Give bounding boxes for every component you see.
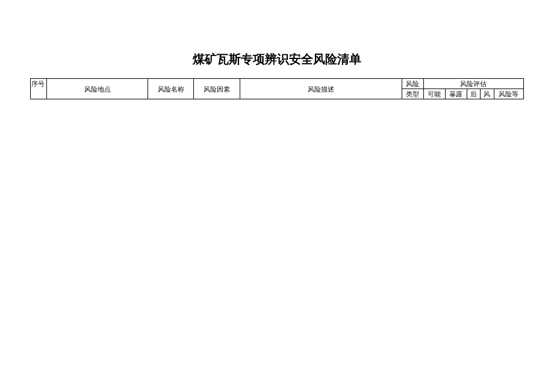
table-header-row-1: 序号 风险地点 风险名称 风险因素 风险描述 风险 风险评估: [31, 79, 524, 89]
header-factor: 风险因素: [194, 79, 240, 99]
header-exposure: 暴露: [445, 89, 467, 99]
header-risk-level: 风险等: [494, 89, 523, 99]
risk-table: 序号 风险地点 风险名称 风险因素 风险描述 风险 风险评估 类型 可能 暴露 …: [30, 78, 524, 99]
header-seq: 序号: [31, 79, 47, 99]
document-title: 煤矿瓦斯专项辨识安全风险清单: [30, 51, 524, 67]
header-location: 风险地点: [46, 79, 148, 99]
header-after: 后: [467, 89, 480, 99]
header-assessment-group: 风险评估: [423, 79, 523, 89]
header-wind: 风: [481, 89, 494, 99]
header-type: 类型: [402, 89, 424, 99]
header-desc: 风险描述: [240, 79, 402, 99]
header-risk-top: 风险: [402, 79, 424, 89]
header-name: 风险名称: [148, 79, 194, 99]
document-container: 煤矿瓦斯专项辨识安全风险清单 序号 风险地点 风险名称 风险因素 风险描述 风险…: [0, 0, 554, 99]
header-possible: 可能: [423, 89, 445, 99]
